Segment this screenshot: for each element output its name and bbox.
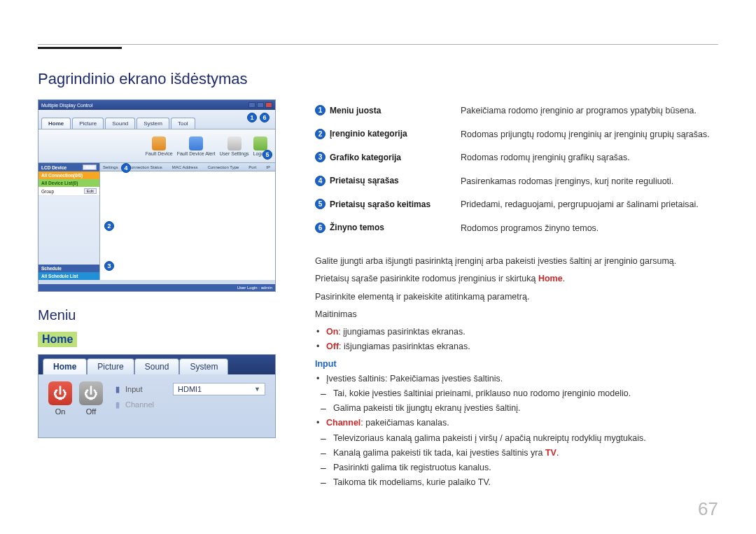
- legend-desc-1: Pakeičiama rodomo įrenginio ar programos…: [461, 105, 718, 118]
- legend-row-2: 2Įrenginio kategorija Rodomas prijungtų …: [315, 123, 718, 147]
- legend-badge-2: 2: [315, 129, 326, 139]
- htab-picture[interactable]: Picture: [87, 358, 134, 374]
- input-label: Input: [125, 385, 167, 393]
- channel-sub: Televizoriaus kanalą galima pakeisti į v…: [315, 431, 718, 491]
- htab-sound[interactable]: Sound: [134, 358, 180, 374]
- channel-bullets: Channel: pakeičiamas kanalas.: [315, 416, 718, 430]
- sidebar-schedule-head[interactable]: Schedule: [38, 265, 99, 272]
- src-sub1: Tai, kokie įvesties šaltiniai prieinami,…: [333, 386, 718, 401]
- app-body: LCD DeviceAdd All Connection(0/0) All De…: [38, 163, 275, 280]
- badge-6: 6: [260, 113, 270, 122]
- legend-row-5: 5Prietaisų sąrašo keitimas Pridedami, re…: [315, 193, 718, 217]
- home-body: ⏻ On ⏻ Off ▮ Input HDMI1▼: [38, 374, 275, 423]
- power-off-button[interactable]: ⏻ Off: [79, 381, 103, 416]
- legend-title-5: Prietaisų sąrašo keitimas: [330, 199, 430, 209]
- badge-1: 1: [247, 113, 257, 122]
- power-on-icon: ⏻: [48, 381, 72, 405]
- channel-label: Channel: [125, 400, 167, 409]
- fault-device-icon: [152, 136, 166, 150]
- home-tabs: Home Picture Sound System: [38, 355, 275, 374]
- tab-tool[interactable]: Tool: [171, 118, 195, 129]
- body-p1: Galite įjungti arba išjungti pasirinktą …: [315, 254, 718, 269]
- home-screenshot: Home Picture Sound System ⏻ On ⏻ Off: [38, 354, 276, 438]
- toolbar-user[interactable]: User Settings: [220, 136, 249, 156]
- bullet-on: On: įjungiamas pasirinktas ekranas.: [326, 325, 718, 339]
- sidebar-edit-button[interactable]: Edit: [84, 188, 97, 194]
- tab-system[interactable]: System: [136, 118, 169, 129]
- close-icon[interactable]: [265, 102, 272, 108]
- legend-row-6: 6Žinyno temos Rodomos programos žinyno t…: [315, 217, 718, 241]
- legend-badge-4: 4: [315, 176, 326, 186]
- app-titlebar: Multiple Display Control: [38, 100, 275, 110]
- input-row: ▮ Input HDMI1▼: [115, 381, 265, 397]
- page-content: Pagrindinio ekrano išdėstymas Multiple D…: [38, 70, 718, 491]
- input-dropdown[interactable]: HDMI1▼: [173, 383, 265, 395]
- legend-title-4: Prietaisų sąrašas: [330, 176, 399, 185]
- fault-alert-icon: [189, 136, 203, 150]
- top-hairline: [38, 44, 718, 45]
- chevron-down-icon: ▼: [254, 386, 260, 393]
- badge-3: 3: [104, 261, 114, 271]
- user-settings-icon: [227, 136, 241, 150]
- row-bullet-icon: ▮: [115, 400, 120, 409]
- legend-desc-6: Rodomos programos žinyno temos.: [461, 223, 718, 235]
- sidebar-add-button[interactable]: Add: [83, 164, 97, 170]
- input-rows: ▮ Input HDMI1▼ ▮ Channel: [115, 381, 265, 412]
- toolbar-fault-device[interactable]: Fault Device: [146, 136, 173, 156]
- sidebar-group-row: GroupEdit: [38, 187, 99, 196]
- legend-desc-3: Rodomas rodomų įrenginių grafikų sąrašas…: [461, 152, 718, 164]
- sidebar-connection[interactable]: All Connection(0/0): [38, 171, 99, 179]
- columns: Multiple Display Control Home Picture So…: [38, 99, 718, 491]
- legend-title-2: Įrenginio kategorija: [330, 129, 407, 139]
- main-area: Settings Connection Status MAC Address C…: [100, 163, 275, 280]
- toolbar-fault-alert[interactable]: Fault Device Alert: [177, 136, 216, 156]
- left-column: Multiple Display Control Home Picture So…: [38, 99, 276, 491]
- legend-badge-5: 5: [315, 199, 326, 209]
- legend-badge-6: 6: [315, 223, 326, 233]
- legend-title-6: Žinyno temos: [330, 223, 384, 232]
- htab-system[interactable]: System: [179, 358, 228, 374]
- badge-2: 2: [104, 221, 114, 231]
- bullet-channel: Channel: pakeičiamas kanalas.: [326, 416, 718, 430]
- htab-home[interactable]: Home: [43, 358, 87, 374]
- window-controls: [248, 102, 272, 108]
- channel-row: ▮ Channel: [115, 397, 265, 412]
- app-tabstrip: Home Picture Sound System Tool 1 6: [38, 110, 275, 129]
- power-on-button[interactable]: ⏻ On: [48, 381, 72, 416]
- body-p4: Maitinimas: [315, 307, 718, 322]
- app-screenshot: Multiple Display Control Home Picture So…: [38, 99, 276, 292]
- legend-row-3: 3Grafiko kategorija Rodomas rodomų įreng…: [315, 146, 718, 170]
- ch-sub1: Televizoriaus kanalą galima pakeisti į v…: [333, 431, 718, 446]
- legend-badge-3: 3: [315, 152, 326, 162]
- bullet-off: Off: išjungiamas pasirinktas ekranas.: [326, 339, 718, 354]
- legend-badge-1: 1: [315, 105, 326, 115]
- heading-meniu: Meniu: [38, 307, 276, 323]
- sidebar: LCD DeviceAdd All Connection(0/0) All De…: [38, 163, 100, 280]
- minimize-icon[interactable]: [248, 102, 255, 108]
- tab-home[interactable]: Home: [41, 118, 71, 129]
- tab-sound[interactable]: Sound: [105, 118, 135, 129]
- status-bar: User Login : admin: [38, 284, 275, 291]
- power-bullets: On: įjungiamas pasirinktas ekranas. Off:…: [315, 325, 718, 355]
- legend-desc-2: Rodomas prijungtų rodomų įrenginių ar įr…: [461, 129, 718, 141]
- heading-layout: Pagrindinio ekrano išdėstymas: [38, 70, 718, 88]
- tab-picture[interactable]: Picture: [72, 118, 104, 129]
- legend-row-1: 1Meniu juosta Pakeičiama rodomo įrengini…: [315, 99, 718, 123]
- top-block: [38, 47, 122, 49]
- maximize-icon[interactable]: [257, 102, 264, 108]
- input-heading: Input: [315, 359, 718, 369]
- src-sub2: Galima pakeisti tik įjungtų ekranų įvest…: [333, 401, 718, 416]
- sidebar-all-schedule[interactable]: All Schedule List: [38, 272, 99, 280]
- right-column: 1Meniu juosta Pakeičiama rodomo įrengini…: [315, 99, 718, 491]
- power-off-icon: ⏻: [79, 381, 103, 405]
- app-title: Multiple Display Control: [41, 103, 93, 108]
- body-p2: Prietaisų sąraše pasirinkite rodomus įre…: [315, 272, 718, 286]
- input-bullets: Įvesties šaltinis: Pakeičiamas įvesties …: [315, 372, 718, 386]
- sidebar-all-device[interactable]: All Device List(0): [38, 179, 99, 187]
- sidebar-lcd-head[interactable]: LCD DeviceAdd: [38, 163, 99, 171]
- input-sub: Tai, kokie įvesties šaltiniai prieinami,…: [315, 386, 718, 416]
- app-toolbar: Fault Device Fault Device Alert User Set…: [38, 129, 275, 163]
- legend-desc-4: Pasirenkamas rodomas įrenginys, kurį nor…: [461, 176, 718, 188]
- legend-desc-5: Pridedami, redaguojami, pergrupuojami ar…: [461, 199, 718, 211]
- ch-sub2: Kanalą galima pakeisti tik tada, kai įve…: [333, 446, 718, 461]
